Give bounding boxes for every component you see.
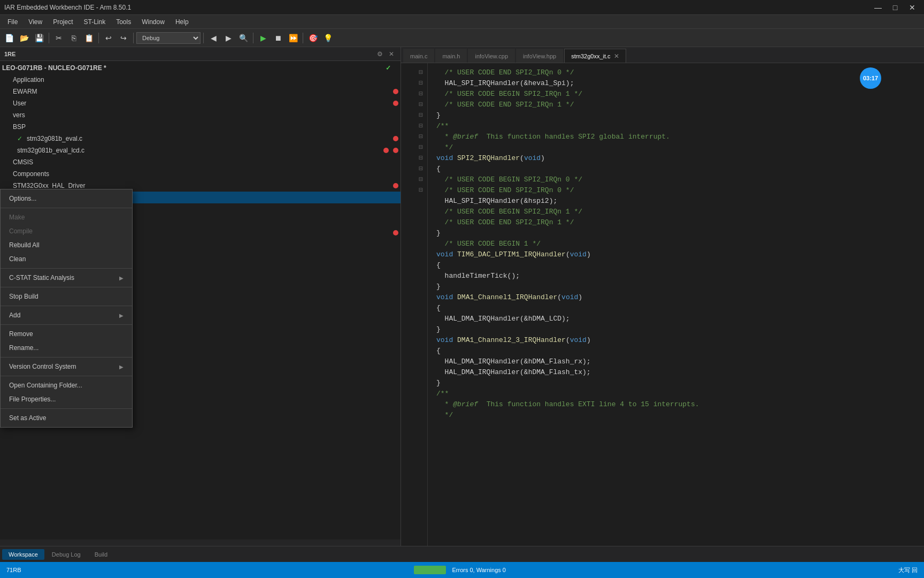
ctx-file-props[interactable]: File Properties...: [1, 392, 132, 406]
code-line: void DMA1_Channel1_IRQHandler(void): [436, 292, 915, 303]
code-line: }: [436, 110, 915, 121]
tab-close-icon[interactable]: ✕: [614, 52, 619, 60]
config-dropdown[interactable]: Debug Release: [136, 32, 201, 44]
toolbar-target[interactable]: 🎯: [306, 31, 320, 45]
panel-settings-icon[interactable]: ⚙: [375, 49, 384, 59]
menu-window[interactable]: Window: [136, 17, 170, 27]
ctx-rename[interactable]: Rename...: [1, 341, 132, 355]
status-center: Errors 0, Warnings 0: [414, 566, 506, 574]
toolbar-back[interactable]: ◀: [206, 31, 220, 45]
dot-icon: [393, 230, 398, 235]
toolbar-save[interactable]: 💾: [32, 31, 46, 45]
menu-file[interactable]: File: [2, 17, 23, 27]
ctx-sep: [1, 268, 132, 269]
code-line: HAL_DMA_IRQHandler(&hDMA_Flash_tx);: [436, 367, 915, 378]
status-right: 大写 回: [898, 566, 918, 574]
ctx-make: Make: [1, 210, 132, 224]
toolbar-open[interactable]: 📂: [17, 31, 31, 45]
ctx-vcs[interactable]: Version Control System ▶: [1, 360, 132, 374]
toolbar-redo[interactable]: ↪: [117, 31, 130, 45]
ctx-stop-build[interactable]: Stop Build: [1, 290, 132, 303]
ctx-sep: [1, 324, 132, 325]
ctx-clean[interactable]: Clean: [1, 252, 132, 266]
ctx-cstat[interactable]: C-STAT Static Analysis ▶: [1, 271, 132, 285]
tab-debug-log[interactable]: Debug Log: [45, 549, 87, 560]
tree-item[interactable]: User: [9, 97, 401, 109]
code-content[interactable]: /* USER CODE END SPI2_IRQn 0 */ HAL_SPI_…: [428, 63, 924, 546]
toolbar-cut[interactable]: ✂: [52, 31, 66, 45]
minimize-button[interactable]: —: [871, 2, 886, 13]
bottom-panel: Workspace Debug Log Build: [0, 546, 924, 562]
panel-close-icon[interactable]: ✕: [387, 49, 396, 59]
toolbar-sep4: [203, 33, 204, 43]
dot-icon: [393, 148, 398, 153]
status-project: 71RB: [6, 567, 21, 573]
dot-icon: [393, 101, 398, 106]
code-line: {: [436, 303, 915, 314]
ctx-options[interactable]: Options...: [1, 192, 132, 206]
code-line: void SPI2_IRQHandler(void): [436, 153, 915, 164]
toolbar-stop[interactable]: ⏹: [271, 31, 285, 45]
close-button[interactable]: ✕: [905, 2, 920, 13]
menu-project[interactable]: Project: [48, 17, 78, 27]
tree-item[interactable]: BSP: [9, 121, 401, 133]
code-line: /* USER CODE END SPI2_IRQn 0 */: [436, 185, 915, 196]
code-line: HAL_SPI_IRQHandler(&hspi2);: [436, 196, 915, 207]
ctx-sep: [1, 376, 132, 376]
tab-infoview-hpp[interactable]: infoView.hpp: [516, 49, 563, 63]
tab-stm32-it[interactable]: stm32g0xx_it.c ✕: [564, 49, 626, 63]
project-dot: [393, 65, 398, 71]
code-line: /* USER CODE BEGIN SPI2_IRQn 1 */: [436, 89, 915, 100]
tree-item[interactable]: vers: [9, 109, 401, 121]
restore-button[interactable]: □: [888, 2, 903, 13]
tab-workspace[interactable]: Workspace: [2, 549, 44, 560]
tree-item[interactable]: Components: [9, 168, 401, 180]
menu-bar: File View Project ST-Link Tools Window H…: [0, 15, 924, 29]
ctx-set-active[interactable]: Set as Active: [1, 411, 132, 425]
ctx-rebuild-all[interactable]: Rebuild All: [1, 238, 132, 252]
submenu-arrow-icon: ▶: [119, 364, 124, 370]
dot-icon: [383, 148, 389, 153]
menu-tools[interactable]: Tools: [111, 17, 136, 27]
menu-help[interactable]: Help: [170, 17, 194, 27]
code-line: HAL_DMA_IRQHandler(&hDMA_LCD);: [436, 314, 915, 324]
code-line: /* USER CODE END SPI2_IRQn 1 */: [436, 100, 915, 110]
toolbar-copy[interactable]: ⎘: [67, 31, 81, 45]
submenu-arrow-icon: ▶: [119, 275, 124, 281]
code-line: /* USER CODE BEGIN SPI2_IRQn 1 */: [436, 207, 915, 217]
code-line: {: [436, 260, 915, 271]
tree-item[interactable]: Application: [9, 74, 401, 86]
toolbar-new[interactable]: 📄: [2, 31, 16, 45]
project-header[interactable]: LEO-G071RB - NUCLEO-G071RE * ✓: [0, 62, 401, 74]
code-line: * @brief This function handles EXTI line…: [436, 399, 915, 410]
toolbar-build[interactable]: ▶: [256, 31, 270, 45]
code-line: void DMA1_Channel2_3_IRQHandler(void): [436, 335, 915, 346]
toolbar-paste[interactable]: 📋: [82, 31, 96, 45]
menu-view[interactable]: View: [23, 17, 48, 27]
tree-item[interactable]: stm32g081b_eval_lcd.c: [0, 144, 401, 156]
code-line: HAL_SPI_IRQHandler(&heval_Spi);: [436, 78, 915, 89]
tab-main-c[interactable]: main.c: [403, 49, 434, 63]
tree-item[interactable]: EWARM: [9, 86, 401, 97]
window-controls: — □ ✕: [871, 2, 920, 13]
toolbar-forward[interactable]: ▶: [221, 31, 235, 45]
editor-area: 03:17 ⊟ ⊟ ⊟ ⊟ ⊟: [401, 63, 924, 546]
tab-infoview-cpp[interactable]: infoView.cpp: [468, 49, 515, 63]
tab-build[interactable]: Build: [88, 549, 114, 560]
ctx-sep: [1, 208, 132, 208]
tree-item[interactable]: ✓ stm32g081b_eval.c: [0, 133, 401, 144]
menu-stlink[interactable]: ST-Link: [79, 17, 111, 27]
code-line: */: [436, 142, 915, 153]
toolbar-search[interactable]: 🔍: [236, 31, 250, 45]
tree-item[interactable]: CMSIS: [9, 156, 401, 168]
code-line: {: [436, 164, 915, 174]
ctx-add[interactable]: Add ▶: [1, 308, 132, 322]
toolbar-chip[interactable]: 💡: [321, 31, 335, 45]
toolbar-debug[interactable]: ⏩: [286, 31, 300, 45]
ctx-remove[interactable]: Remove: [1, 327, 132, 341]
tab-main-h[interactable]: main.h: [435, 49, 467, 63]
ctx-open-folder[interactable]: Open Containing Folder...: [1, 378, 132, 392]
window-title: IAR Embedded Workbench IDE - Arm 8.50.1: [4, 4, 871, 11]
toolbar-undo[interactable]: ↩: [102, 31, 116, 45]
ctx-sep: [1, 408, 132, 409]
